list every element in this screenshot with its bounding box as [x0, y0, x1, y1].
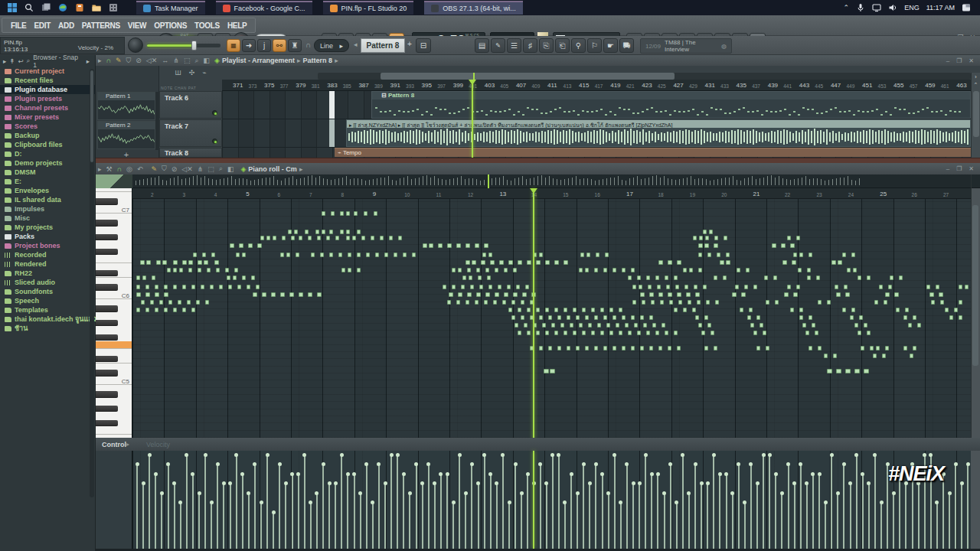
- midi-note[interactable]: [198, 268, 201, 272]
- menu-patterns[interactable]: PATTERNS: [78, 21, 124, 30]
- midi-note[interactable]: [193, 253, 197, 257]
- browser-item-7[interactable]: Backup: [0, 131, 95, 140]
- midi-note[interactable]: [508, 308, 512, 312]
- midi-note[interactable]: [616, 323, 619, 328]
- midi-note[interactable]: [760, 323, 763, 328]
- playlist-slip-icon[interactable]: ↔: [162, 57, 168, 64]
- menu-edit[interactable]: EDIT: [30, 21, 54, 30]
- velocity-stem[interactable]: [204, 455, 206, 549]
- tray-chevron-icon[interactable]: ⌃: [844, 4, 850, 11]
- midi-note[interactable]: [516, 285, 520, 289]
- midi-note[interactable]: [678, 300, 682, 305]
- midi-note[interactable]: [675, 285, 679, 289]
- midi-note[interactable]: [594, 268, 598, 272]
- midi-note[interactable]: [236, 253, 240, 257]
- midi-note[interactable]: [715, 300, 719, 305]
- midi-note[interactable]: [248, 243, 253, 248]
- midi-note[interactable]: [487, 276, 491, 280]
- midi-note[interactable]: [657, 285, 661, 289]
- browser-item-19[interactable]: Project bones: [0, 241, 95, 250]
- playlist-play-icon[interactable]: ◈: [214, 57, 220, 64]
- velocity-stem[interactable]: [651, 474, 652, 549]
- velocity-stem[interactable]: [416, 465, 417, 549]
- midi-note[interactable]: [591, 331, 595, 335]
- midi-note[interactable]: [802, 323, 806, 328]
- midi-note[interactable]: [807, 268, 811, 272]
- midi-note[interactable]: [827, 369, 832, 373]
- midi-note[interactable]: [570, 323, 573, 328]
- black-key[interactable]: [96, 320, 118, 326]
- track6-header[interactable]: Track 6: [159, 91, 222, 119]
- midi-note[interactable]: [693, 236, 697, 240]
- midi-note[interactable]: [374, 211, 377, 216]
- midi-note[interactable]: [438, 243, 443, 248]
- midi-note[interactable]: [698, 243, 703, 248]
- midi-note[interactable]: [145, 285, 149, 289]
- midi-note[interactable]: [476, 292, 481, 297]
- midi-note[interactable]: [271, 292, 276, 297]
- midi-note[interactable]: [155, 308, 158, 312]
- velocity-stem[interactable]: [719, 474, 720, 549]
- midi-note[interactable]: [818, 300, 822, 305]
- midi-note[interactable]: [449, 292, 453, 297]
- midi-note[interactable]: [513, 268, 517, 272]
- midi-note[interactable]: [816, 276, 820, 280]
- midi-note[interactable]: [704, 315, 708, 320]
- midi-note[interactable]: [594, 346, 598, 350]
- midi-note[interactable]: [233, 276, 237, 280]
- midi-note[interactable]: [945, 308, 949, 312]
- microphone-icon[interactable]: [856, 3, 865, 12]
- velocity-stem[interactable]: [831, 455, 832, 549]
- velocity-stem[interactable]: [273, 513, 274, 549]
- black-key[interactable]: [96, 420, 118, 426]
- playlist-scroll-up-arrow[interactable]: ⌃: [973, 82, 979, 88]
- midi-note[interactable]: [340, 230, 344, 234]
- midi-note[interactable]: [173, 308, 177, 312]
- midi-note[interactable]: [737, 268, 740, 272]
- velocity-lane[interactable]: [132, 451, 971, 549]
- midi-note[interactable]: [308, 236, 312, 240]
- midi-note[interactable]: [674, 308, 678, 312]
- midi-note[interactable]: [793, 253, 797, 257]
- velocity-stem[interactable]: [502, 455, 504, 549]
- velocity-stem[interactable]: [347, 474, 348, 549]
- velocity-stem[interactable]: [248, 494, 250, 549]
- midi-note[interactable]: [744, 285, 748, 289]
- pianoroll-close-button[interactable]: ✕: [969, 165, 974, 172]
- pianoroll-timeline[interactable]: 2345678910111213141516171819202122232425…: [132, 188, 971, 199]
- midi-note[interactable]: [447, 243, 452, 248]
- pianoroll-maximize-button[interactable]: ❐: [956, 165, 962, 172]
- tray-clock[interactable]: 11:17 AM: [926, 4, 955, 11]
- midi-note[interactable]: [772, 243, 776, 248]
- midi-note[interactable]: [266, 236, 270, 240]
- midi-note[interactable]: [288, 230, 292, 234]
- velocity-stem[interactable]: [756, 484, 758, 549]
- midi-note[interactable]: [579, 323, 583, 328]
- pattern2-thumbnail[interactable]: Pattern 2: [97, 121, 155, 149]
- velocity-stem[interactable]: [967, 465, 969, 549]
- taskbar-app-0[interactable]: Task Manager: [136, 1, 205, 15]
- midi-note[interactable]: [394, 253, 397, 257]
- midi-note[interactable]: [588, 323, 592, 328]
- velocity-stem[interactable]: [161, 494, 162, 549]
- midi-note[interactable]: [481, 260, 485, 265]
- midi-note[interactable]: [357, 268, 361, 272]
- browser-item-11[interactable]: DMSM: [0, 168, 95, 177]
- midi-note[interactable]: [838, 260, 842, 265]
- velocity-stem[interactable]: [936, 503, 938, 549]
- midi-note[interactable]: [824, 354, 828, 358]
- velocity-stem[interactable]: [155, 474, 156, 549]
- velocity-stem[interactable]: [583, 465, 584, 549]
- velocity-stem[interactable]: [812, 474, 814, 549]
- menu-help[interactable]: HELP: [224, 21, 250, 30]
- midi-note[interactable]: [926, 285, 930, 289]
- velocity-stem[interactable]: [874, 455, 876, 549]
- playlist-vscroll-thumb[interactable]: [973, 91, 979, 137]
- midi-note[interactable]: [182, 260, 187, 265]
- midi-note[interactable]: [639, 285, 642, 289]
- midi-note[interactable]: [746, 268, 750, 272]
- midi-note[interactable]: [216, 268, 220, 272]
- midi-note[interactable]: [470, 285, 474, 289]
- playlist-timeline[interactable]: 3713733753773793813833853873893913933953…: [222, 80, 971, 91]
- midi-note[interactable]: [251, 276, 255, 280]
